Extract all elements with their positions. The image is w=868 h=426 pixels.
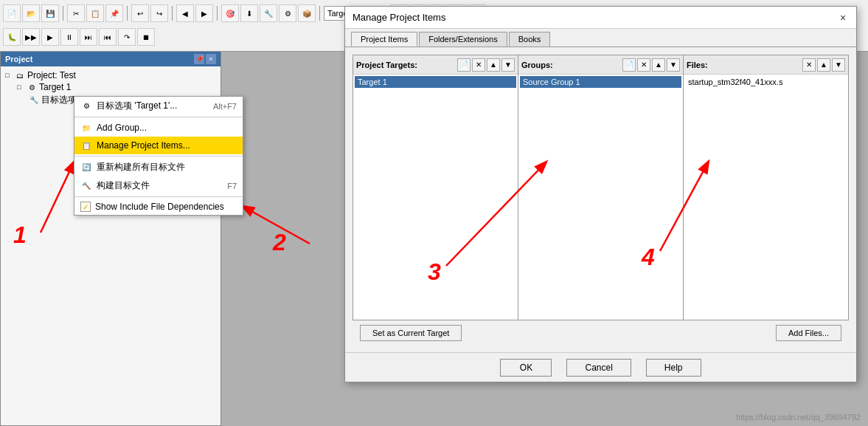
- manage-icon: 📋: [80, 140, 92, 151]
- target-icon: ⚙: [27, 83, 37, 92]
- dialog-footer: OK Cancel Help: [345, 352, 856, 382]
- three-panel-container: Project Targets: 📄 ✕ ▲ ▼ Target 1 Groups…: [353, 55, 849, 320]
- groups-panel-label: Groups:: [521, 61, 621, 69]
- cancel-button[interactable]: Cancel: [566, 359, 631, 377]
- load-button[interactable]: ⬇: [240, 4, 258, 22]
- menu-item-options[interactable]: ⚙ 目标选项 'Target 1'... Alt+F7: [74, 97, 243, 115]
- build-label: 构建目标文件: [97, 179, 223, 192]
- redo-button[interactable]: ↪: [150, 4, 168, 22]
- close-panel-button[interactable]: ×: [206, 54, 216, 64]
- groups-down-button[interactable]: ▼: [667, 58, 680, 72]
- undo-button[interactable]: ↩: [131, 4, 149, 22]
- target-label: Target 1: [39, 82, 71, 92]
- project-icon: 🗂: [15, 72, 25, 80]
- project-root-item[interactable]: □ 🗂 Project: Test: [4, 69, 218, 81]
- stop-button[interactable]: ⏹: [137, 28, 155, 46]
- tab-books[interactable]: Books: [509, 32, 551, 47]
- menu-item-manage[interactable]: 📋 Manage Project Items...: [74, 137, 243, 154]
- targets-delete-button[interactable]: ✕: [472, 58, 485, 72]
- add-files-button[interactable]: Add Files...: [776, 325, 841, 341]
- sep5: [319, 6, 320, 21]
- new-button[interactable]: 📄: [3, 4, 21, 22]
- run-button[interactable]: ▶: [41, 28, 59, 46]
- files-delete-button[interactable]: ✕: [802, 58, 816, 72]
- sep2: [127, 6, 128, 21]
- open-button[interactable]: 📂: [22, 4, 40, 22]
- pin-button[interactable]: 📌: [194, 54, 204, 64]
- files-panel-header: Files: ✕ ▲ ▼: [684, 55, 848, 75]
- groups-up-button[interactable]: ▲: [652, 58, 665, 72]
- project-titlebar: Project 📌 ×: [1, 52, 221, 66]
- debug1-button[interactable]: 🐛: [3, 28, 21, 46]
- rebuild-icon: 🔄: [80, 162, 92, 174]
- check-icon: ✓: [80, 202, 91, 212]
- breakpoint-button[interactable]: ⏸: [60, 28, 78, 46]
- menu-sep-2: [74, 156, 243, 157]
- dialog-bottom-buttons: Set as Current Target Add Files...: [353, 320, 849, 346]
- debug2-button[interactable]: ▶▶: [22, 28, 40, 46]
- groups-panel-header: Groups: 📄 ✕ ▲ ▼: [518, 55, 683, 75]
- dialog-title: Manage Project Items: [353, 12, 445, 23]
- groups-panel: Groups: 📄 ✕ ▲ ▼ Source Group 1: [518, 55, 684, 320]
- dialog-tabs: Project Items Folders/Extensions Books: [345, 29, 856, 47]
- menu-item-show-deps[interactable]: ✓ Show Include File Dependencies: [74, 199, 243, 215]
- paste-button[interactable]: 📌: [105, 4, 123, 22]
- menu-item-rebuild[interactable]: 🔄 重新构建所有目标文件: [74, 158, 243, 176]
- stepout-button[interactable]: ⏮: [99, 28, 117, 46]
- target-item[interactable]: □ ⚙ Target 1: [15, 81, 218, 93]
- b2[interactable]: ⚙: [279, 4, 296, 22]
- groups-panel-content: Source Group 1: [518, 75, 683, 320]
- save-button[interactable]: 💾: [41, 4, 59, 22]
- menu-item-build[interactable]: 🔨 构建目标文件 F7: [74, 176, 243, 195]
- tab-project-items[interactable]: Project Items: [351, 32, 417, 47]
- options-icon: 🔧: [29, 96, 39, 104]
- ok-button[interactable]: OK: [500, 359, 552, 377]
- menu-sep-1: [74, 117, 243, 117]
- stepover-button[interactable]: ↷: [118, 28, 136, 46]
- help-button[interactable]: Help: [646, 359, 701, 377]
- b3[interactable]: 📦: [298, 4, 316, 22]
- watermark: https://blog.csdn.net/qq_39694792: [736, 413, 861, 422]
- project-title: Project: [5, 55, 32, 63]
- annotation-3: 3: [428, 258, 441, 286]
- targets-button[interactable]: 🎯: [221, 4, 239, 22]
- tab-folders-extensions[interactable]: Folders/Extensions: [419, 32, 507, 47]
- targets-new-button[interactable]: 📄: [457, 58, 471, 72]
- files-up-button[interactable]: ▲: [817, 58, 830, 72]
- menu-sep-3: [74, 196, 243, 197]
- groups-delete-button[interactable]: ✕: [637, 58, 650, 72]
- targets-down-button[interactable]: ▼: [501, 58, 515, 72]
- targets-panel-header: Project Targets: 📄 ✕ ▲ ▼: [353, 55, 518, 75]
- groups-new-button[interactable]: 📄: [622, 58, 636, 72]
- targets-up-button[interactable]: ▲: [487, 58, 500, 72]
- options-shortcut: Alt+F7: [213, 102, 237, 111]
- set-current-target-button[interactable]: Set as Current Target: [360, 325, 462, 341]
- titlebar-actions: 📌 ×: [194, 54, 216, 64]
- annotation-1: 1: [13, 221, 27, 249]
- options-menu-icon: ⚙: [80, 100, 92, 112]
- files-panel: Files: ✕ ▲ ▼ startup_stm32f40_41xxx.s: [684, 55, 848, 320]
- dialog-close-button[interactable]: ×: [837, 12, 849, 24]
- context-menu: ⚙ 目标选项 'Target 1'... Alt+F7 📁 Add Group.…: [74, 96, 243, 216]
- back-button[interactable]: ◀: [176, 4, 194, 22]
- sep4: [217, 6, 218, 21]
- build-icon: 🔨: [80, 180, 92, 192]
- sep3: [172, 6, 173, 21]
- target-item-1[interactable]: Target 1: [355, 76, 516, 88]
- addgroup-label: Add Group...: [97, 123, 237, 133]
- cut-button[interactable]: ✂: [67, 4, 85, 22]
- b1[interactable]: 🔧: [260, 4, 277, 22]
- manage-label: Manage Project Items...: [97, 140, 237, 151]
- menu-item-addgroup[interactable]: 📁 Add Group...: [74, 119, 243, 137]
- rebuild-label: 重新构建所有目标文件: [97, 161, 237, 174]
- targets-panel-label: Project Targets:: [356, 61, 456, 69]
- copy-button[interactable]: 📋: [86, 4, 104, 22]
- show-deps-label: Show Include File Dependencies: [95, 202, 237, 212]
- group-item-1[interactable]: Source Group 1: [520, 76, 681, 88]
- addgroup-icon: 📁: [80, 122, 92, 134]
- step-button[interactable]: ⏭: [80, 28, 97, 46]
- file-item-1[interactable]: startup_stm32f40_41xxx.s: [685, 76, 847, 88]
- files-down-button[interactable]: ▼: [832, 58, 845, 72]
- options-menu-label: 目标选项 'Target 1'...: [97, 100, 209, 112]
- forward-button[interactable]: ▶: [195, 4, 213, 22]
